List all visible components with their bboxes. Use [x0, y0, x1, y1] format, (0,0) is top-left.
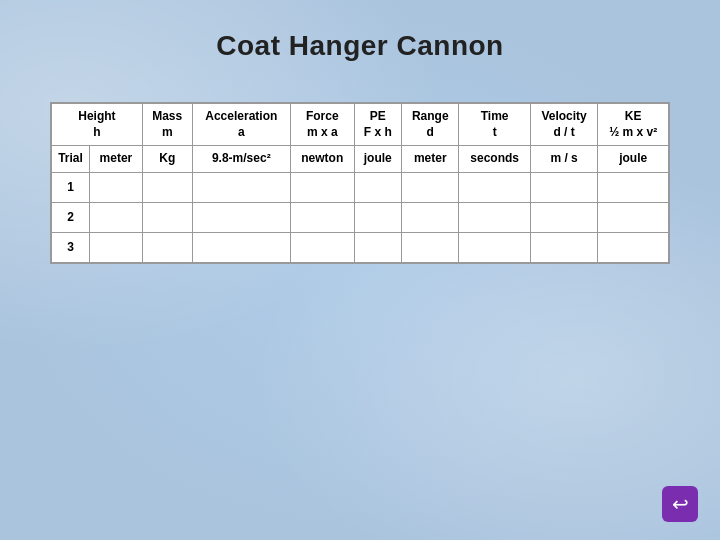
row3-pe[interactable]: [354, 232, 401, 262]
col-joule-label: joule: [354, 146, 401, 173]
data-table: Heighth Massm Accelerationa Forcem x a P…: [51, 103, 669, 263]
row1-time[interactable]: [459, 172, 530, 202]
row2-height[interactable]: [90, 202, 143, 232]
row1-accel[interactable]: [192, 172, 290, 202]
col-seconds-label: seconds: [459, 146, 530, 173]
table-row: 3: [52, 232, 669, 262]
col-meter2-label: meter: [402, 146, 459, 173]
row2-force[interactable]: [290, 202, 354, 232]
page-title: Coat Hanger Cannon: [40, 30, 680, 62]
row3-velocity[interactable]: [530, 232, 598, 262]
row2-pe[interactable]: [354, 202, 401, 232]
col-mass: Massm: [142, 104, 192, 146]
header-row-1: Heighth Massm Accelerationa Forcem x a P…: [52, 104, 669, 146]
row1-velocity[interactable]: [530, 172, 598, 202]
row2-velocity[interactable]: [530, 202, 598, 232]
row3-accel[interactable]: [192, 232, 290, 262]
row2-range[interactable]: [402, 202, 459, 232]
col-trial-label: Trial: [52, 146, 90, 173]
header-row-2: Trial meter Kg 9.8-m/sec² newton joule m…: [52, 146, 669, 173]
col-ke: KE½ m x v²: [598, 104, 669, 146]
row1-pe[interactable]: [354, 172, 401, 202]
table-row: 1: [52, 172, 669, 202]
row2-mass[interactable]: [142, 202, 192, 232]
col-accel-unit: 9.8-m/sec²: [192, 146, 290, 173]
row1-range[interactable]: [402, 172, 459, 202]
col-time: Timet: [459, 104, 530, 146]
table-row: 2: [52, 202, 669, 232]
row3-force[interactable]: [290, 232, 354, 262]
col-meter-label: meter: [90, 146, 143, 173]
main-content: Coat Hanger Cannon Heighth Massm Acceler…: [0, 0, 720, 294]
row1-force[interactable]: [290, 172, 354, 202]
col-kg-label: Kg: [142, 146, 192, 173]
row3-mass[interactable]: [142, 232, 192, 262]
row2-time[interactable]: [459, 202, 530, 232]
col-range: Ranged: [402, 104, 459, 146]
col-height: Heighth: [52, 104, 143, 146]
row3-height[interactable]: [90, 232, 143, 262]
trial-3: 3: [52, 232, 90, 262]
row1-height[interactable]: [90, 172, 143, 202]
col-acceleration: Accelerationa: [192, 104, 290, 146]
col-force: Forcem x a: [290, 104, 354, 146]
col-velocity: Velocityd / t: [530, 104, 598, 146]
row3-time[interactable]: [459, 232, 530, 262]
row1-ke[interactable]: [598, 172, 669, 202]
row3-range[interactable]: [402, 232, 459, 262]
col-joule2-label: joule: [598, 146, 669, 173]
data-table-wrapper: Heighth Massm Accelerationa Forcem x a P…: [50, 102, 670, 264]
row1-mass[interactable]: [142, 172, 192, 202]
trial-2: 2: [52, 202, 90, 232]
col-newton-label: newton: [290, 146, 354, 173]
corner-icon[interactable]: ↩: [662, 486, 698, 522]
row2-ke[interactable]: [598, 202, 669, 232]
col-ms-label: m / s: [530, 146, 598, 173]
row2-accel[interactable]: [192, 202, 290, 232]
row3-ke[interactable]: [598, 232, 669, 262]
trial-1: 1: [52, 172, 90, 202]
col-pe: PEF x h: [354, 104, 401, 146]
